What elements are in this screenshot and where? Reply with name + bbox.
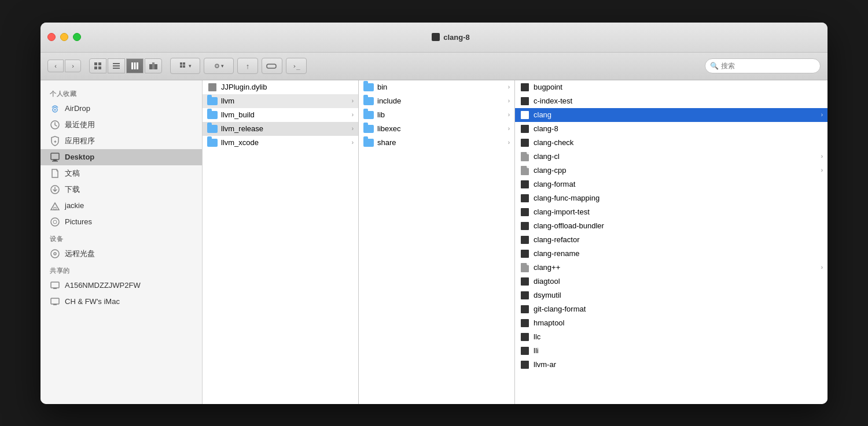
folder-icon — [207, 96, 218, 106]
search-box[interactable]: 🔍 — [705, 58, 821, 73]
svg-rect-31 — [51, 282, 59, 288]
view-icon-button[interactable] — [89, 58, 106, 73]
dylib-file-icon — [207, 82, 218, 92]
sidebar-item-optical[interactable]: 远程光盘 — [41, 246, 202, 262]
list-item[interactable]: include › — [359, 94, 514, 108]
list-item[interactable]: clang++ › — [515, 261, 827, 275]
traffic-lights — [47, 33, 81, 41]
file-name-bin: bin — [377, 83, 505, 91]
sidebar-item-airdrop[interactable]: AirDrop — [41, 101, 202, 117]
svg-point-30 — [54, 253, 56, 255]
list-item[interactable]: clang-format — [515, 177, 827, 191]
back-button[interactable]: ‹ — [47, 60, 64, 72]
forward-icon: › — [72, 62, 74, 69]
minimize-button[interactable] — [60, 33, 68, 41]
action-button[interactable]: ⚙ ▾ — [204, 58, 234, 74]
sidebar-item-desktop[interactable]: Desktop — [41, 149, 202, 165]
sidebar: 个人收藏 AirDrop 最近使 — [41, 80, 203, 404]
sidebar-item-shared1[interactable]: A156NMDZZJWP2FW — [41, 277, 202, 294]
exe-icon — [520, 360, 530, 370]
list-item[interactable]: clang-check — [515, 136, 827, 150]
share-button[interactable]: ↑ — [237, 58, 258, 74]
exe-icon — [520, 290, 530, 301]
list-item[interactable]: clang-offload-bundler — [515, 219, 827, 233]
folder-icon — [207, 124, 218, 134]
exe-icon — [520, 346, 530, 356]
svg-rect-5 — [113, 65, 120, 66]
terminal-button[interactable]: ›_ — [286, 58, 307, 74]
exe-icon — [520, 276, 530, 287]
chevron-right-icon: › — [352, 125, 354, 132]
list-item[interactable]: hmaptool — [515, 316, 827, 330]
gear-icon: ⚙ — [214, 62, 220, 70]
list-item[interactable]: lib › — [359, 108, 514, 122]
list-item[interactable]: dsymutil — [515, 288, 827, 302]
list-item[interactable]: llvm_xcode › — [203, 136, 358, 150]
list-item[interactable]: JJPlugin.dylib — [203, 80, 358, 94]
list-item[interactable]: clang › — [515, 108, 827, 122]
list-item[interactable]: git-clang-format — [515, 302, 827, 316]
list-item[interactable]: bugpoint — [515, 80, 827, 94]
list-item[interactable]: clang-func-mapping — [515, 191, 827, 205]
list-item[interactable]: clang-import-test — [515, 205, 827, 219]
sidebar-item-jackie[interactable]: jackie — [41, 198, 202, 214]
chevron-down-icon: ▾ — [189, 63, 192, 69]
svg-point-27 — [51, 218, 59, 226]
folder-icon — [207, 138, 218, 148]
view-column-button[interactable] — [126, 58, 144, 73]
close-button[interactable] — [47, 33, 56, 41]
list-item[interactable]: llvm_release › — [203, 122, 358, 136]
view-list-button[interactable] — [108, 58, 125, 73]
maximize-button[interactable] — [73, 33, 81, 41]
jackie-label: jackie — [65, 201, 84, 210]
view-cover-button[interactable] — [145, 58, 162, 73]
list-item[interactable]: lli — [515, 344, 827, 358]
sidebar-item-downloads[interactable]: 下载 — [41, 181, 202, 198]
list-item[interactable]: clang-8 — [515, 122, 827, 136]
list-item[interactable]: clang-cl › — [515, 150, 827, 164]
sidebar-item-shared2[interactable]: CH & FW's iMac — [41, 294, 202, 310]
sidebar-item-applications[interactable]: ✦ 应用程序 — [41, 133, 202, 149]
grid-view-icon — [94, 62, 102, 70]
share-icon: ↑ — [246, 62, 250, 71]
list-item[interactable]: llc — [515, 330, 827, 344]
svg-rect-15 — [180, 65, 182, 68]
chevron-right-icon: › — [821, 112, 823, 118]
window-title: clang-8 — [432, 33, 470, 42]
list-item[interactable]: share › — [359, 136, 514, 150]
list-item[interactable]: clang-refactor — [515, 233, 827, 247]
list-item[interactable]: clang-rename — [515, 247, 827, 261]
downloads-label: 下载 — [65, 184, 80, 195]
symlink-icon — [520, 165, 530, 176]
column-1: JJPlugin.dylib llvm › llvm_build › — [203, 80, 359, 404]
exe-icon — [520, 235, 530, 245]
file-name-llc: llc — [534, 332, 823, 341]
list-item[interactable]: llvm › — [203, 94, 358, 108]
svg-rect-14 — [183, 62, 185, 65]
file-name-libexec: libexec — [377, 124, 505, 133]
list-item[interactable]: llvm-ar — [515, 358, 827, 372]
list-item[interactable]: llvm_build › — [203, 108, 358, 122]
list-item[interactable]: clang-cpp › — [515, 164, 827, 177]
svg-rect-32 — [53, 288, 57, 289]
svg-rect-24 — [52, 161, 58, 162]
sidebar-item-pictures[interactable]: Pictures — [41, 214, 202, 230]
file-columns: JJPlugin.dylib llvm › llvm_build › — [203, 80, 827, 404]
column-view-icon — [131, 62, 139, 70]
list-item[interactable]: libexec › — [359, 122, 514, 136]
file-name-llvm-ar: llvm-ar — [534, 360, 823, 369]
forward-button[interactable]: › — [65, 60, 81, 72]
group-by-button[interactable]: ▾ — [170, 58, 200, 74]
list-item[interactable]: diagtool — [515, 275, 827, 288]
exe-icon — [520, 124, 530, 134]
pictures-label: Pictures — [65, 217, 92, 226]
list-item[interactable]: c-index-test — [515, 94, 827, 108]
list-item[interactable]: bin › — [359, 80, 514, 94]
sidebar-item-documents[interactable]: 文稿 — [41, 165, 202, 181]
sidebar-item-recents[interactable]: 最近使用 — [41, 117, 202, 133]
desktop-icon — [50, 152, 60, 162]
tag-button[interactable] — [262, 58, 282, 74]
window-title-text: clang-8 — [443, 33, 470, 42]
search-input[interactable] — [721, 62, 815, 70]
list-view-icon — [112, 62, 120, 70]
